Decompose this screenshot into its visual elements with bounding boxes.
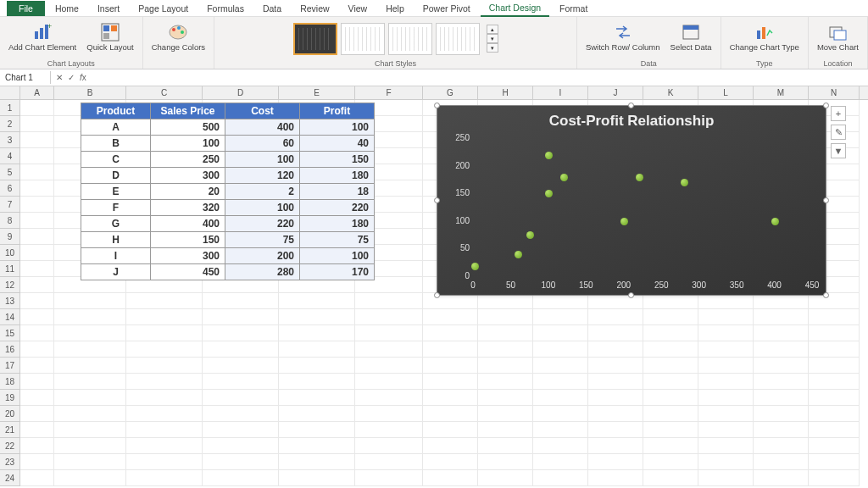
row-header-7[interactable]: 7 bbox=[0, 197, 20, 213]
row-header-12[interactable]: 12 bbox=[0, 277, 20, 293]
resize-handle[interactable] bbox=[823, 103, 829, 108]
row-header-17[interactable]: 17 bbox=[0, 358, 20, 374]
resize-handle[interactable] bbox=[823, 197, 829, 203]
table-row[interactable]: F320100220 bbox=[81, 200, 375, 216]
table-header[interactable]: Profit bbox=[300, 103, 375, 119]
style-thumb-4[interactable] bbox=[436, 23, 480, 55]
row-header-9[interactable]: 9 bbox=[0, 229, 20, 245]
data-point[interactable] bbox=[526, 231, 534, 239]
col-header-C[interactable]: C bbox=[126, 86, 203, 99]
style-thumb-3[interactable] bbox=[388, 23, 432, 55]
col-header-H[interactable]: H bbox=[478, 86, 533, 99]
select-data-button[interactable]: Select Data bbox=[667, 20, 715, 53]
col-header-L[interactable]: L bbox=[698, 86, 754, 99]
data-point[interactable] bbox=[620, 218, 628, 225]
table-row[interactable]: C250100150 bbox=[81, 152, 375, 168]
resize-handle[interactable] bbox=[434, 103, 440, 108]
table-row[interactable]: J450280170 bbox=[81, 264, 375, 280]
table-header[interactable]: Product bbox=[81, 103, 151, 119]
row-header-2[interactable]: 2 bbox=[0, 116, 20, 132]
row-header-3[interactable]: 3 bbox=[0, 132, 20, 148]
cancel-icon[interactable]: ✕ bbox=[56, 73, 63, 82]
table-header[interactable]: Sales Price bbox=[151, 103, 225, 119]
col-header-N[interactable]: N bbox=[809, 86, 860, 99]
style-thumb-selected[interactable] bbox=[293, 23, 337, 55]
move-chart-button[interactable]: Move Chart bbox=[814, 20, 862, 53]
chart-filters-button[interactable]: ▼ bbox=[831, 143, 846, 158]
row-header-8[interactable]: 8 bbox=[0, 213, 20, 229]
table-row[interactable]: H1507575 bbox=[81, 232, 375, 248]
table-row[interactable]: G400220180 bbox=[81, 216, 375, 232]
tab-home[interactable]: Home bbox=[47, 1, 87, 16]
chart-elements-button[interactable]: + bbox=[831, 106, 846, 121]
col-header-D[interactable]: D bbox=[203, 86, 279, 99]
col-header-M[interactable]: M bbox=[754, 86, 809, 99]
enter-icon[interactable]: ✓ bbox=[68, 73, 75, 82]
fx-icon[interactable]: fx bbox=[80, 73, 86, 82]
table-header[interactable]: Cost bbox=[225, 103, 300, 119]
data-point[interactable] bbox=[771, 218, 779, 225]
tab-chart-design[interactable]: Chart Design bbox=[481, 0, 549, 17]
resize-handle[interactable] bbox=[628, 292, 634, 298]
col-header-I[interactable]: I bbox=[533, 86, 588, 99]
data-point[interactable] bbox=[471, 263, 479, 270]
add-chart-element-button[interactable]: + Add Chart Element bbox=[5, 20, 80, 53]
tab-help[interactable]: Help bbox=[377, 1, 413, 16]
data-point[interactable] bbox=[636, 174, 643, 181]
embedded-chart[interactable]: Cost-Profit Relationship + ✎ ▼ 050100150… bbox=[437, 105, 826, 296]
row-header-18[interactable]: 18 bbox=[0, 374, 20, 390]
chart-styles-button[interactable]: ✎ bbox=[831, 125, 846, 140]
tab-power-pivot[interactable]: Power Pivot bbox=[415, 1, 479, 16]
resize-handle[interactable] bbox=[434, 292, 440, 298]
data-point[interactable] bbox=[545, 152, 553, 159]
row-header-15[interactable]: 15 bbox=[0, 325, 20, 341]
row-header-24[interactable]: 24 bbox=[0, 470, 20, 486]
gallery-down-button[interactable]: ▾ bbox=[487, 34, 498, 43]
row-header-21[interactable]: 21 bbox=[0, 422, 20, 438]
data-table[interactable]: ProductSales PriceCostProfit A500400100B… bbox=[81, 103, 375, 280]
gallery-up-button[interactable]: ▴ bbox=[487, 25, 498, 34]
tab-data[interactable]: Data bbox=[254, 1, 290, 16]
col-header-F[interactable]: F bbox=[355, 86, 423, 99]
tab-insert[interactable]: Insert bbox=[89, 1, 128, 16]
name-box[interactable]: Chart 1 bbox=[0, 71, 51, 84]
tab-page-layout[interactable]: Page Layout bbox=[130, 1, 197, 16]
data-point[interactable] bbox=[560, 174, 568, 181]
formula-input[interactable] bbox=[92, 73, 770, 82]
row-header-11[interactable]: 11 bbox=[0, 261, 20, 277]
data-point[interactable] bbox=[515, 251, 522, 258]
row-header-5[interactable]: 5 bbox=[0, 164, 20, 180]
change-colors-button[interactable]: Change Colors bbox=[148, 20, 209, 53]
table-row[interactable]: E20218 bbox=[81, 184, 375, 200]
row-header-14[interactable]: 14 bbox=[0, 309, 20, 325]
tab-format[interactable]: Format bbox=[551, 1, 596, 16]
col-header-K[interactable]: K bbox=[643, 86, 698, 99]
switch-row-column-button[interactable]: Switch Row/ Column bbox=[582, 20, 664, 53]
col-header-G[interactable]: G bbox=[423, 86, 478, 99]
chart-title[interactable]: Cost-Profit Relationship bbox=[437, 106, 826, 131]
row-header-6[interactable]: 6 bbox=[0, 180, 20, 197]
col-header-A[interactable]: A bbox=[20, 86, 54, 99]
row-header-16[interactable]: 16 bbox=[0, 341, 20, 358]
style-thumb-2[interactable] bbox=[341, 23, 385, 55]
table-row[interactable]: B1006040 bbox=[81, 136, 375, 152]
plot-area[interactable] bbox=[473, 138, 810, 274]
row-header-20[interactable]: 20 bbox=[0, 406, 20, 422]
row-header-23[interactable]: 23 bbox=[0, 454, 20, 470]
data-point[interactable] bbox=[545, 190, 553, 197]
resize-handle[interactable] bbox=[823, 292, 829, 298]
tab-view[interactable]: View bbox=[340, 1, 376, 16]
tab-formulas[interactable]: Formulas bbox=[198, 1, 253, 16]
gallery-more-button[interactable]: ▾ bbox=[487, 43, 498, 53]
resize-handle[interactable] bbox=[434, 197, 440, 203]
table-row[interactable]: D300120180 bbox=[81, 168, 375, 184]
row-header-1[interactable]: 1 bbox=[0, 100, 20, 116]
tab-file[interactable]: File bbox=[7, 1, 45, 16]
row-header-10[interactable]: 10 bbox=[0, 245, 20, 261]
col-header-B[interactable]: B bbox=[54, 86, 126, 99]
select-all-corner[interactable] bbox=[0, 86, 20, 99]
row-header-22[interactable]: 22 bbox=[0, 438, 20, 454]
col-header-E[interactable]: E bbox=[279, 86, 355, 99]
row-header-19[interactable]: 19 bbox=[0, 390, 20, 406]
worksheet[interactable]: ABCDEFGHIJKLMN 1234567891011121314151617… bbox=[0, 86, 868, 486]
